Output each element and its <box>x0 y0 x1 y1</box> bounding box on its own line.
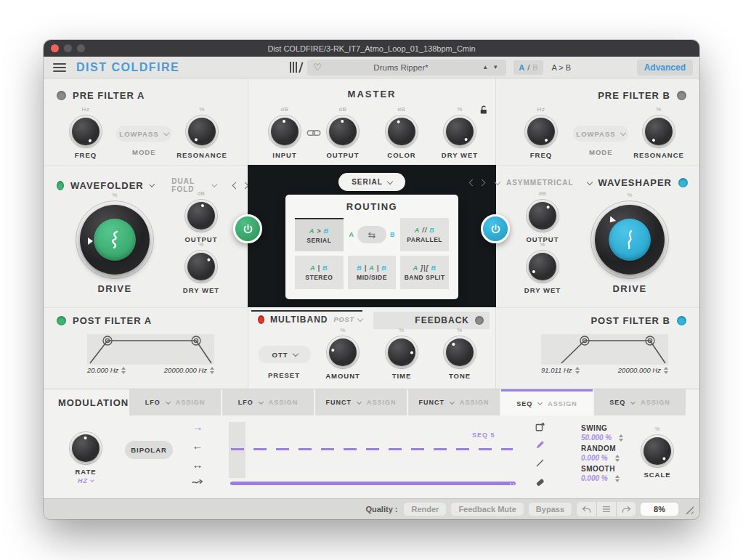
routing-bandsplit-tile[interactable]: A]|[B BAND SPLIT <box>400 256 449 289</box>
pre-filter-a-mode-dropdown[interactable]: LOWPASS <box>116 126 171 142</box>
copy-a-to-b-button[interactable]: A > B <box>552 63 572 72</box>
stepper-icon[interactable] <box>210 367 214 374</box>
routing-selector-dropdown[interactable]: SERIAL <box>338 173 405 191</box>
multiband-position-dropdown[interactable]: POST <box>333 316 362 323</box>
seq-steps-line[interactable] <box>231 448 513 450</box>
filter-curve[interactable] <box>87 334 214 365</box>
pre-filter-b-freq-knob[interactable]: Hz FREQ <box>518 106 564 159</box>
post-filter-a-graph[interactable]: 20.000 Hz 20000.000 Hz <box>87 334 214 374</box>
pre-filter-a-freq-knob[interactable]: Hz FREQ <box>62 106 109 159</box>
direction-backward-icon[interactable]: ← <box>192 440 203 451</box>
rate-unit-dropdown[interactable]: HZ <box>78 477 94 484</box>
menu-icon[interactable] <box>53 63 66 72</box>
titlebar[interactable]: Dist COLDFIRE/3-RK_IT7_Atmo_Loop_01_138b… <box>44 40 699 57</box>
chevron-down-icon[interactable] <box>212 182 218 187</box>
multiband-tab[interactable]: MULTIBAND POST <box>251 310 362 328</box>
prev-effect-icon[interactable] <box>232 182 240 189</box>
history-list-button[interactable] <box>596 502 616 516</box>
resize-grip[interactable] <box>683 504 694 514</box>
pre-filter-a-resonance-knob[interactable]: % RESONANCE <box>179 106 225 159</box>
feedback-time-knob[interactable]: % TIME <box>378 327 425 380</box>
library-icon[interactable] <box>290 62 300 73</box>
next-effect-icon[interactable] <box>478 179 485 187</box>
seq-scale-knob[interactable]: % SCALE <box>634 426 681 479</box>
direction-pingpong-icon[interactable]: ↔ <box>192 459 203 470</box>
chevron-down-icon[interactable] <box>495 179 500 184</box>
ab-toggle-b[interactable]: B <box>532 63 537 72</box>
mod-tab-lfo2[interactable]: LFOASSIGN <box>222 389 314 415</box>
preset-prev-icon[interactable]: ▲ <box>480 64 490 70</box>
stepper-icon[interactable] <box>575 367 580 374</box>
preset-next-icon[interactable]: ▼ <box>490 64 500 70</box>
wavefolder-power-button[interactable] <box>233 214 262 243</box>
filter-curve[interactable] <box>541 334 668 365</box>
seq-loop-range-slider[interactable] <box>230 482 516 485</box>
waveshaper-indicator[interactable] <box>678 178 688 187</box>
waveshaper-drywet-knob[interactable]: % DRY WET <box>519 241 566 294</box>
copy-icon[interactable] <box>535 421 545 432</box>
bypass-button[interactable]: Bypass <box>529 503 572 516</box>
redo-button[interactable] <box>616 502 636 516</box>
chevron-down-icon[interactable] <box>149 182 155 187</box>
wavefolder-title[interactable]: WAVEFOLDER <box>70 180 144 191</box>
cpu-meter[interactable]: 8% <box>641 503 678 516</box>
multiband-preset-dropdown[interactable]: OTT <box>259 346 311 363</box>
mod-tab-lfo1[interactable]: LFOASSIGN <box>129 389 221 415</box>
advanced-button[interactable]: Advanced <box>637 60 693 76</box>
post-filter-b-indicator[interactable] <box>677 316 686 325</box>
direction-forward-icon[interactable]: → <box>192 421 203 432</box>
highcut-value[interactable]: 20000.000 Hz <box>618 366 668 374</box>
ab-toggle-a[interactable]: A <box>519 63 524 72</box>
stepper-icon[interactable] <box>121 367 126 374</box>
minimize-button[interactable] <box>64 44 72 52</box>
master-color-knob[interactable]: dB COLOR <box>378 106 425 159</box>
pre-filter-b-resonance-knob[interactable]: % RESONANCE <box>636 106 682 159</box>
heart-icon[interactable]: ♡ <box>313 62 322 73</box>
wavefolder-indicator[interactable] <box>57 181 64 190</box>
pre-filter-a-indicator[interactable] <box>57 91 66 100</box>
feedback-tone-knob[interactable]: % TONE <box>437 327 483 380</box>
link-icon[interactable] <box>306 127 321 139</box>
waveshaper-type-dropdown[interactable]: ASYMMETRICAL <box>506 179 574 187</box>
routing-swap-button[interactable]: A ⇆ B <box>348 218 397 251</box>
ab-toggle[interactable]: A / B <box>513 60 543 75</box>
mod-tab-funct2[interactable]: FUNCTASSIGN <box>408 389 500 415</box>
swap-icon[interactable]: ⇆ <box>357 226 386 243</box>
multiband-indicator[interactable] <box>258 315 264 324</box>
bipolar-toggle[interactable]: BIPOLAR <box>125 441 173 459</box>
mod-tab-seq2[interactable]: SEQASSIGN <box>594 389 686 415</box>
render-button[interactable]: Render <box>404 503 446 516</box>
feedback-indicator[interactable] <box>475 316 484 325</box>
post-filter-b-graph[interactable]: 91.011 Hz 20000.000 Hz <box>541 334 668 374</box>
routing-parallel-tile[interactable]: A//B PARALLEL <box>400 218 449 251</box>
undo-button[interactable] <box>577 502 596 516</box>
mod-tab-seq1[interactable]: SEQASSIGN <box>501 389 593 415</box>
lowcut-value[interactable]: 20.000 Hz <box>87 366 126 374</box>
pre-filter-b-indicator[interactable] <box>677 91 686 100</box>
waveshaper-title[interactable]: WAVESHAPER <box>598 177 673 188</box>
eraser-icon[interactable] <box>535 476 545 487</box>
wavefolder-drive-knob[interactable]: % DRIVE <box>71 192 158 294</box>
feedback-mute-button[interactable]: Feedback Mute <box>451 503 523 516</box>
line-tool-icon[interactable] <box>535 458 545 468</box>
master-input-knob[interactable]: dB INPUT <box>261 106 308 159</box>
master-drywet-knob[interactable]: % DRY WET <box>437 106 483 159</box>
routing-stereo-tile[interactable]: A|B STEREO <box>295 256 344 289</box>
seq-rate-knob[interactable]: RATE HZ <box>62 431 109 484</box>
waveshaper-output-knob[interactable]: dB OUTPUT <box>519 190 566 243</box>
lowcut-value[interactable]: 91.011 Hz <box>541 366 580 374</box>
prev-effect-icon[interactable] <box>468 179 476 187</box>
waveshaper-drive-knob[interactable]: % DRIVE <box>586 192 673 294</box>
preset-field[interactable]: ♡ Drums Ripper* ▲ ▼ <box>307 60 506 76</box>
wavefolder-drywet-knob[interactable]: % DRY WET <box>178 241 224 294</box>
highcut-value[interactable]: 20000.000 Hz <box>164 366 214 374</box>
master-output-knob[interactable]: dB OUTPUT <box>320 106 366 159</box>
chevron-down-icon[interactable] <box>586 179 592 184</box>
close-button[interactable] <box>51 44 59 52</box>
direction-random-icon[interactable] <box>192 478 203 487</box>
sequencer-display[interactable]: SEQ 5 <box>229 422 559 482</box>
stepper-icon[interactable] <box>664 367 668 374</box>
multiband-amount-knob[interactable]: % AMOUNT <box>320 327 366 380</box>
zoom-button[interactable] <box>77 44 85 52</box>
pre-filter-b-mode-dropdown[interactable]: LOWPASS <box>573 126 628 142</box>
